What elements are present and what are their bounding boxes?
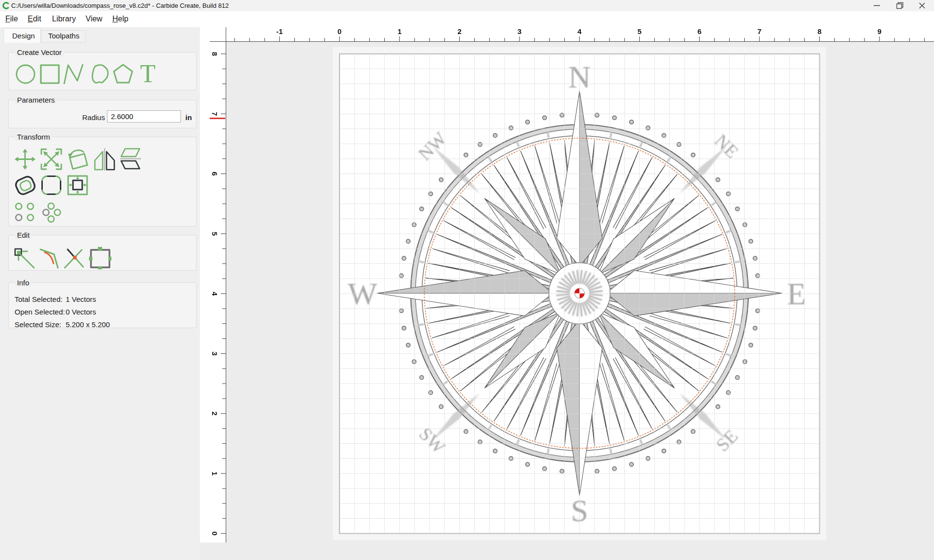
svg-text:1: 1 (397, 27, 401, 35)
svg-text:5: 5 (637, 27, 641, 35)
svg-text:2: 2 (211, 412, 219, 416)
svg-text:0: 0 (338, 27, 341, 35)
svg-text:6: 6 (211, 172, 219, 175)
svg-text:7: 7 (757, 27, 761, 35)
svg-text:4: 4 (211, 292, 219, 296)
svg-text:3: 3 (518, 27, 521, 35)
svg-text:8: 8 (211, 52, 219, 56)
svg-text:8: 8 (817, 27, 821, 35)
svg-text:7: 7 (211, 112, 219, 116)
svg-text:9: 9 (878, 27, 881, 35)
svg-text:0: 0 (211, 531, 219, 535)
svg-text:-1: -1 (276, 27, 283, 35)
svg-text:3: 3 (211, 351, 219, 355)
svg-text:6: 6 (698, 27, 701, 35)
svg-text:5: 5 (211, 232, 219, 236)
svg-text:4: 4 (577, 27, 582, 35)
svg-text:2: 2 (457, 27, 461, 35)
svg-text:1: 1 (211, 472, 219, 475)
